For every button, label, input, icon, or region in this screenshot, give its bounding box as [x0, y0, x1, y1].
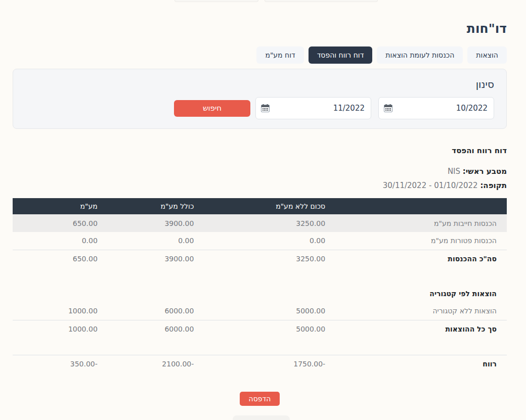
table-body: הכנסות חייבות מע"מ3250.003900.00650.00הכ… — [13, 214, 507, 372]
report-title: דוח רווח והפסד — [13, 146, 507, 155]
period-label: תקופה: — [480, 181, 507, 190]
row-value — [200, 267, 331, 285]
row-value: 2100.00- — [104, 355, 200, 372]
row-value: 3250.00 — [200, 250, 331, 267]
date-to-field — [255, 97, 371, 119]
row-value: 0.00 — [13, 232, 104, 250]
row-value: 3900.00 — [104, 214, 200, 232]
row-label: רווח — [331, 355, 507, 372]
tab-vat-report[interactable]: דוח מע"מ — [256, 46, 303, 64]
date-from-input[interactable] — [378, 97, 494, 119]
report-header: דוח רווח והפסד מטבע ראשי: NIS תקופה: 30/… — [13, 146, 507, 190]
row-label: סה"כ ההכנסות — [331, 250, 507, 267]
row-value: 0.00 — [104, 232, 200, 250]
row-value — [104, 285, 200, 302]
filter-title: סינון — [25, 78, 494, 90]
date-from-field — [378, 97, 494, 119]
table-row: סך כל ההוצאות5000.006000.001000.00 — [13, 320, 507, 338]
table-row: הכנסות חייבות מע"מ3250.003900.00650.00 — [13, 214, 507, 232]
page-container: דו"חות הוצאותהכנסות לעומת הוצאותדוח רווח… — [13, 21, 507, 406]
row-value: 6000.00 — [104, 302, 200, 320]
row-value: 5000.00 — [200, 320, 331, 338]
row-label: סך כל ההוצאות — [331, 320, 507, 338]
row-value: 3250.00 — [200, 214, 331, 232]
table-row: סה"כ ההכנסות3250.003900.00650.00 — [13, 250, 507, 267]
table-head: סכום ללא מע"מכולל מע"ממע"מ — [13, 198, 507, 214]
row-value: 5000.00 — [200, 302, 331, 320]
print-area: הדפסה — [13, 392, 507, 406]
row-value — [200, 285, 331, 302]
table-row: הוצאות לפי קטגוריה — [13, 285, 507, 302]
table-row — [13, 338, 507, 355]
page-title: דו"חות — [13, 21, 507, 36]
table-header-row: סכום ללא מע"מכולל מע"ממע"מ — [13, 198, 507, 214]
table-row — [13, 267, 507, 285]
table-header-cell: מע"מ — [13, 198, 104, 214]
cutoff-card-top-right — [265, 0, 378, 2]
row-value: 1750.00- — [200, 355, 331, 372]
table-row: הוצאות ללא קטגוריה5000.006000.001000.00 — [13, 302, 507, 320]
row-value: 3900.00 — [104, 250, 200, 267]
cutoff-card-top-left — [174, 0, 258, 2]
row-value: 1000.00 — [13, 302, 104, 320]
row-value — [200, 338, 331, 355]
tab-income-vs-expenses[interactable]: הכנסות לעומת הוצאות — [377, 46, 463, 64]
filter-controls: חיפוש — [25, 97, 494, 119]
row-label — [331, 267, 507, 285]
profit-loss-table: סכום ללא מע"מכולל מע"ממע"מ הכנסות חייבות… — [13, 198, 507, 372]
period-value: 30/11/2022 - 01/10/2022 — [383, 181, 478, 190]
row-value — [13, 267, 104, 285]
table-header-cell: כולל מע"מ — [104, 198, 200, 214]
table-row: רווח1750.00-2100.00-350.00- — [13, 355, 507, 372]
tab-profit-loss[interactable]: דוח רווח והפסד — [309, 46, 373, 64]
row-value — [13, 338, 104, 355]
row-value: 6000.00 — [104, 320, 200, 338]
tab-expenses[interactable]: הוצאות — [467, 46, 507, 64]
date-to-input[interactable] — [255, 97, 371, 119]
row-label: הכנסות חייבות מע"מ — [331, 214, 507, 232]
row-value: 350.00- — [13, 355, 104, 372]
period-line: תקופה: 30/11/2022 - 01/10/2022 — [13, 181, 507, 190]
row-label: הוצאות ללא קטגוריה — [331, 302, 507, 320]
currency-line: מטבע ראשי: NIS — [13, 167, 507, 176]
row-label — [331, 338, 507, 355]
row-value — [104, 267, 200, 285]
report-tabs: הוצאותהכנסות לעומת הוצאותדוח רווח והפסדד… — [13, 46, 507, 64]
row-value: 0.00 — [200, 232, 331, 250]
table-header-cell — [331, 198, 507, 214]
calendar-icon[interactable] — [261, 104, 270, 112]
row-label: הוצאות לפי קטגוריה — [331, 285, 507, 302]
filter-card: סינון — [13, 69, 507, 129]
calendar-icon[interactable] — [384, 104, 392, 112]
row-value: 650.00 — [13, 250, 104, 267]
row-value — [104, 338, 200, 355]
row-value: 650.00 — [13, 214, 104, 232]
print-button[interactable]: הדפסה — [240, 392, 280, 406]
currency-value: NIS — [448, 167, 460, 176]
row-label: הכנסות פטורות מע"מ — [331, 232, 507, 250]
search-button[interactable]: חיפוש — [174, 100, 250, 117]
currency-label: מטבע ראשי: — [463, 167, 507, 176]
row-value — [13, 285, 104, 302]
table-header-cell: סכום ללא מע"מ — [200, 198, 331, 214]
cutoff-card-bottom — [233, 415, 290, 420]
table-row: הכנסות פטורות מע"מ0.000.000.00 — [13, 232, 507, 250]
row-value: 1000.00 — [13, 320, 104, 338]
